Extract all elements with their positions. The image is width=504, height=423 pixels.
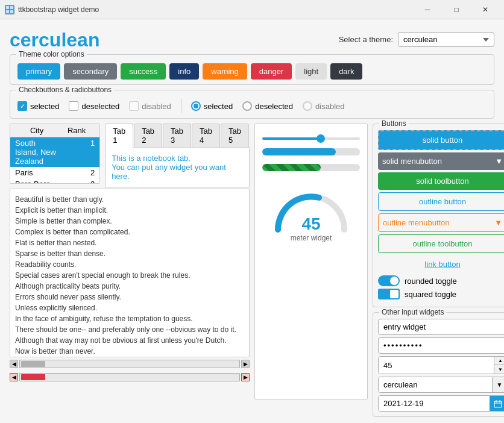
color-btn-light[interactable]: light [295, 63, 327, 80]
checkbox-disabled: disabled [129, 101, 171, 111]
svg-rect-4 [494, 401, 502, 407]
buttons-group: Buttons solid button solid menubutton ▼ … [373, 124, 504, 307]
tab-1[interactable]: Tab 1 [105, 124, 133, 148]
color-btn-dark[interactable]: dark [330, 63, 362, 80]
maximize-button[interactable]: □ [443, 0, 470, 19]
tab-4[interactable]: Tab 4 [192, 124, 220, 147]
color-btn-success[interactable]: success [121, 63, 166, 80]
slider-thumb[interactable] [317, 134, 325, 143]
red-hscroll-track[interactable] [19, 373, 240, 381]
progress-track-1 [262, 148, 360, 155]
solid-button[interactable]: solid button [378, 130, 504, 150]
outline-menubutton[interactable]: outline menubutton ▼ [378, 213, 504, 232]
table-row[interactable]: Bora Bora 3 [10, 178, 99, 184]
checkbox-deselected[interactable]: deselected [69, 101, 119, 111]
middle-panel: 45 meter widget [254, 124, 368, 400]
date-input[interactable] [379, 396, 490, 411]
checkbox-selected[interactable]: ✓ selected [17, 101, 59, 111]
input-widgets-legend: Other input widgets [379, 308, 446, 316]
hscroll-right-btn[interactable]: ▶ [241, 360, 250, 368]
spinbox-widget[interactable]: ▲ ▼ [378, 356, 504, 374]
tab-2[interactable]: Tab 2 [134, 124, 162, 147]
spinbox-down-btn[interactable]: ▼ [494, 365, 504, 374]
city-table: City Rank South Island, New Zealand 1 Pa… [10, 124, 100, 184]
color-btn-info[interactable]: info [169, 63, 199, 80]
red-hscroll-left-btn[interactable]: ◀ [10, 373, 18, 381]
table-row[interactable]: Paris 2 [10, 167, 99, 178]
table-cell-rank-1: 1 [58, 139, 95, 166]
theme-colors-group: Theme color options primary secondary su… [10, 54, 494, 85]
date-widget[interactable] [378, 395, 504, 412]
combo-dropdown-btn[interactable]: ▼ [492, 377, 504, 392]
slider-fill [262, 137, 321, 140]
spinbox-buttons: ▲ ▼ [494, 357, 504, 374]
hscroll-track[interactable] [19, 360, 240, 368]
entry-widget[interactable] [378, 319, 504, 335]
progress-fill-1 [262, 148, 336, 155]
checkbox-disabled-icon [129, 101, 139, 111]
tab-5[interactable]: Tab 5 [221, 124, 249, 147]
checkbox-deselected-label: deselected [81, 102, 119, 111]
radio-deselected[interactable]: deselected [242, 101, 293, 111]
outline-button[interactable]: outline button [378, 192, 504, 211]
theme-selector-label: Select a theme: [339, 35, 393, 44]
spinbox-input[interactable] [379, 357, 494, 374]
color-btn-danger[interactable]: danger [251, 63, 292, 80]
hscroll-left-btn[interactable]: ◀ [10, 360, 18, 368]
table-header-rank: Rank [58, 126, 95, 135]
buttons-legend: Buttons [379, 119, 409, 128]
table-header: City Rank [10, 124, 99, 137]
table-cell-city-2: Paris [15, 168, 58, 177]
color-btn-warning[interactable]: warning [203, 63, 247, 80]
solid-menubutton-chevron: ▼ [495, 157, 503, 166]
color-buttons-row: primary secondary success info warning d… [17, 63, 487, 80]
red-hscroll-right-btn[interactable]: ▶ [241, 373, 250, 381]
color-btn-secondary[interactable]: secondary [64, 63, 117, 80]
color-btn-primary[interactable]: primary [17, 63, 60, 80]
radio-disabled-label: disabled [315, 102, 344, 111]
date-picker-btn[interactable] [490, 396, 504, 411]
theme-select[interactable]: cerculean cosmo flatly litera solar supe… [398, 32, 494, 47]
left-panel: City Rank South Island, New Zealand 1 Pa… [10, 124, 250, 400]
rounded-toggle[interactable] [378, 275, 400, 286]
svg-rect-1 [10, 6, 13, 9]
solid-menubutton-label: solid menubutton [382, 157, 442, 166]
squared-toggle-label: squared toggle [405, 290, 456, 299]
link-button[interactable]: link button [378, 255, 504, 273]
password-widget[interactable] [378, 337, 504, 354]
outline-menubutton-chevron: ▼ [494, 218, 502, 227]
window-controls: ─ □ ✕ [414, 0, 499, 19]
minimize-button[interactable]: ─ [414, 0, 441, 19]
combobox-widget[interactable]: ▼ [378, 377, 504, 393]
tab-bar: Tab 1 Tab 2 Tab 3 Tab 4 Tab 5 [105, 124, 250, 148]
progress-bar-1 [262, 148, 360, 155]
squared-toggle[interactable] [378, 289, 400, 299]
rounded-toggle-row: rounded toggle [378, 275, 504, 286]
progress-bar-2 [262, 164, 360, 171]
solid-menubutton[interactable]: solid menubutton ▼ [378, 152, 504, 170]
meter-value: 45 [301, 215, 320, 234]
outline-menubutton-label: outline menubutton [383, 218, 450, 227]
radio-selected-icon [191, 101, 201, 111]
app-icon [5, 5, 14, 14]
outline-toolbutton[interactable]: outline toolbutton [378, 234, 504, 253]
text-area[interactable]: Beautiful is better than ugly. Explicit … [10, 189, 250, 357]
hscrollbar[interactable]: ◀ ▶ [10, 360, 250, 368]
checkbuttons-group: Checkbuttons & radiobuttons ✓ selected d… [10, 90, 494, 119]
table-cell-city-1: South Island, New Zealand [15, 139, 58, 166]
checkbox-selected-label: selected [30, 102, 59, 111]
solid-toolbutton[interactable]: solid toolbutton [378, 172, 504, 190]
slider-track [262, 137, 360, 140]
progress-track-2 [262, 164, 360, 171]
combo-input[interactable] [379, 377, 492, 392]
spinbox-up-btn[interactable]: ▲ [494, 357, 504, 365]
close-button[interactable]: ✕ [471, 0, 499, 19]
checkbuttons-legend: Checkbuttons & radiobuttons [16, 86, 114, 94]
radio-selected[interactable]: selected [191, 101, 233, 111]
main-area: City Rank South Island, New Zealand 1 Pa… [10, 124, 494, 400]
checkbox-checked-icon: ✓ [17, 101, 27, 111]
red-hscrollbar[interactable]: ◀ ▶ [10, 373, 250, 381]
slider[interactable] [262, 131, 360, 140]
tab-3[interactable]: Tab 3 [163, 124, 191, 147]
table-row[interactable]: South Island, New Zealand 1 [10, 137, 99, 167]
